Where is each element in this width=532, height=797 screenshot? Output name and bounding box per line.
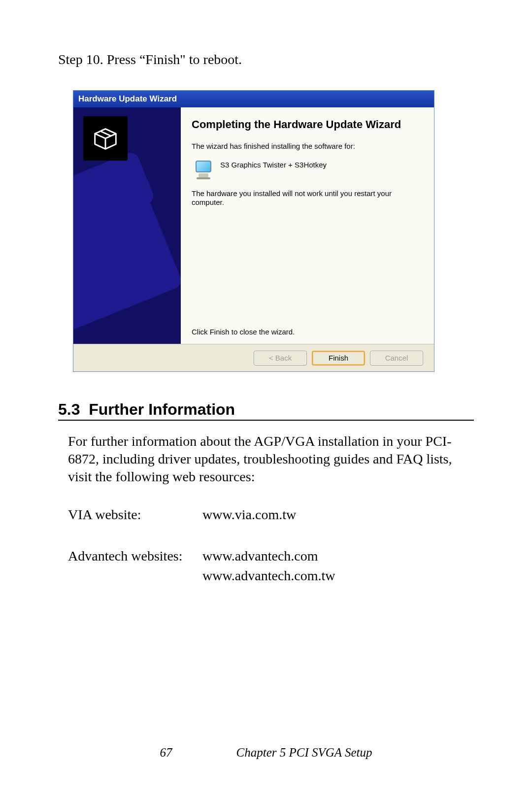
via-link-row: VIA website: www.via.com.tw [68,507,474,527]
advantech-link-row: Advantech websites: www.advantech.com ww… [68,548,474,588]
wizard-dialog: Hardware Update Wizard [73,90,434,372]
wizard-title: Hardware Update Wizard [78,94,177,104]
via-url: www.via.com.tw [202,507,296,523]
advantech-url-2: www.advantech.com.tw [202,568,335,584]
advantech-label: Advantech websites: [68,548,202,588]
wizard-restart-text: The hardware you installed will not work… [192,189,424,207]
advantech-url-1: www.advantech.com [202,548,335,564]
section-title: Further Information [89,400,235,418]
hardware-box-icon [83,116,128,161]
wizard-close-hint: Click Finish to close the wizard. [192,328,424,336]
finish-button[interactable]: Finish [312,351,365,365]
section-rule [58,420,474,421]
wizard-titlebar: Hardware Update Wizard [73,91,434,107]
monitor-icon [194,160,214,180]
back-button[interactable]: < Back [254,351,307,365]
device-name: S3 Graphics Twister + S3Hotkey [220,160,327,169]
step-instruction: Step 10. Press “Finish" to reboot. [58,52,474,67]
via-label: VIA website: [68,507,202,527]
device-row: S3 Graphics Twister + S3Hotkey [194,160,424,180]
section-heading: 5.3 Further Information [58,400,474,419]
wizard-heading: Completing the Hardware Update Wizard [192,118,424,131]
wizard-side-graphic [73,107,181,344]
wizard-finished-text: The wizard has finished installing the s… [192,142,424,151]
page-number: 67 [160,746,172,760]
page-footer: 67 Chapter 5 PCI SVGA Setup [0,746,532,760]
wizard-footer: < Back Finish Cancel [73,344,434,371]
body-paragraph: For further information about the AGP/VG… [68,432,474,485]
chapter-label: Chapter 5 PCI SVGA Setup [236,746,372,760]
cancel-button[interactable]: Cancel [370,351,423,365]
section-number: 5.3 [58,400,80,418]
